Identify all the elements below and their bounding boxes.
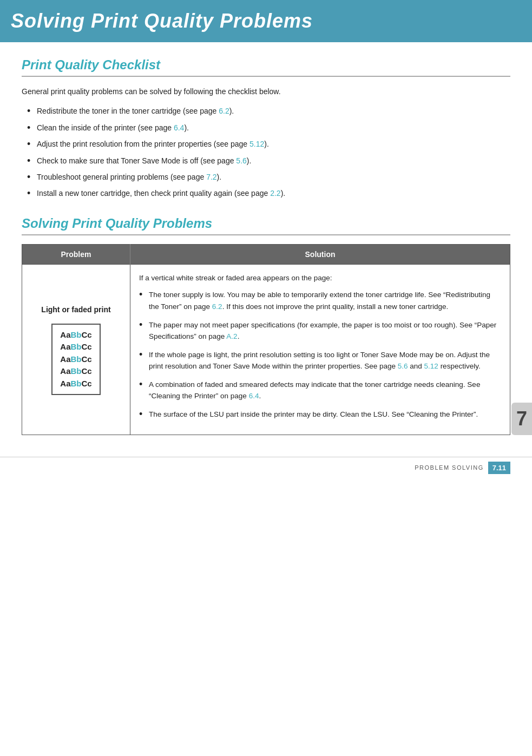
link-sol-6-4[interactable]: 6.4 [249, 392, 259, 400]
solution-list: The toner supply is low. You may be able… [139, 289, 501, 420]
checklist-title: Print Quality Checklist [22, 57, 510, 77]
list-item: Redistribute the toner in the toner cart… [27, 105, 510, 117]
list-item: Adjust the print resolution from the pri… [27, 138, 510, 150]
solving-title: Solving Print Quality Problems [22, 216, 510, 235]
link-7-2[interactable]: 7.2 [206, 173, 216, 181]
solution-cell: If a vertical white streak or faded area… [130, 264, 510, 435]
link-sol-6-2[interactable]: 6.2 [212, 303, 222, 311]
col-header-solution: Solution [130, 244, 510, 264]
list-item: Troubleshoot general printing problems (… [27, 171, 510, 183]
problem-label: Light or faded print [31, 304, 121, 315]
list-item: Clean the inside of the printer (see pag… [27, 122, 510, 134]
page-header: Solving Print Quality Problems [0, 0, 532, 42]
solution-intro: If a vertical white streak or faded area… [139, 272, 501, 284]
link-sol-5-12[interactable]: 5.12 [424, 362, 438, 370]
solution-item-1: The toner supply is low. You may be able… [139, 289, 501, 312]
list-item: Install a new toner cartridge, then chec… [27, 187, 510, 199]
page-title: Solving Print Quality Problems [11, 10, 519, 32]
solution-item-3: If the whole page is light, the print re… [139, 349, 501, 372]
solution-item-5: The surface of the LSU part inside the p… [139, 409, 501, 420]
sample-text-box: AaBbCc AaBbCc AaBbCc AaBbCc AaBbCc [51, 324, 100, 396]
solution-item-4: A combination of faded and smeared defec… [139, 379, 501, 402]
link-5-6a[interactable]: 5.6 [236, 156, 246, 165]
link-6-2[interactable]: 6.2 [219, 107, 229, 115]
side-tab: 7 [511, 403, 532, 435]
sample-line-4: AaBbCc [60, 365, 91, 378]
link-2-2[interactable]: 2.2 [270, 189, 280, 198]
quality-table: Problem Solution Light or faded print Aa… [22, 244, 510, 435]
side-tab-number: 7 [516, 407, 527, 430]
table-row: Light or faded print AaBbCc AaBbCc AaBbC… [22, 264, 510, 435]
sample-line-5: AaBbCc [60, 378, 91, 390]
sample-line-3: AaBbCc [60, 353, 91, 366]
page-footer: Problem Solving 7.11 [0, 457, 532, 478]
footer-page: 7.11 [488, 462, 510, 474]
checklist-intro: General print quality problems can be so… [22, 86, 510, 97]
col-header-problem: Problem [22, 244, 130, 264]
sample-line-2: AaBbCc [60, 341, 91, 353]
solution-item-2: The paper may not meet paper specificati… [139, 319, 501, 343]
link-sol-a2[interactable]: A.2 [226, 332, 237, 340]
link-5-12a[interactable]: 5.12 [249, 140, 264, 148]
solving-section: Solving Print Quality Problems Problem S… [22, 216, 510, 435]
footer-label: Problem Solving [415, 464, 483, 471]
problem-cell: Light or faded print AaBbCc AaBbCc AaBbC… [22, 264, 130, 435]
link-6-4a[interactable]: 6.4 [174, 123, 184, 132]
link-sol-5-6[interactable]: 5.6 [398, 362, 408, 370]
sample-line-1: AaBbCc [60, 329, 91, 341]
checklist-list: Redistribute the toner in the toner cart… [22, 105, 510, 199]
checklist-section: Print Quality Checklist General print qu… [22, 57, 510, 200]
list-item: Check to make sure that Toner Save Mode … [27, 155, 510, 167]
